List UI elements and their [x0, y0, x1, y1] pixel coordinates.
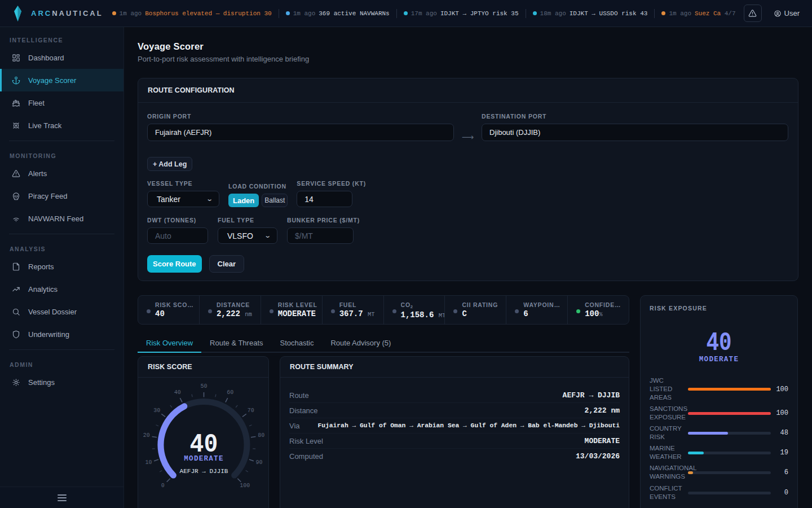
- svg-text:40: 40: [174, 389, 181, 396]
- svg-text:70: 70: [248, 408, 254, 414]
- svg-text:30: 30: [153, 408, 160, 414]
- svg-text:20: 20: [143, 432, 150, 439]
- svg-text:10: 10: [145, 459, 152, 466]
- svg-text:AEFJR → DJJIB: AEFJR → DJJIB: [180, 468, 228, 475]
- svg-text:60: 60: [227, 389, 233, 396]
- svg-text:100: 100: [240, 483, 250, 489]
- svg-text:50: 50: [200, 383, 207, 389]
- svg-text:80: 80: [258, 432, 264, 439]
- svg-text:90: 90: [255, 459, 262, 466]
- svg-text:MODERATE: MODERATE: [184, 455, 223, 463]
- svg-text:0: 0: [161, 483, 165, 489]
